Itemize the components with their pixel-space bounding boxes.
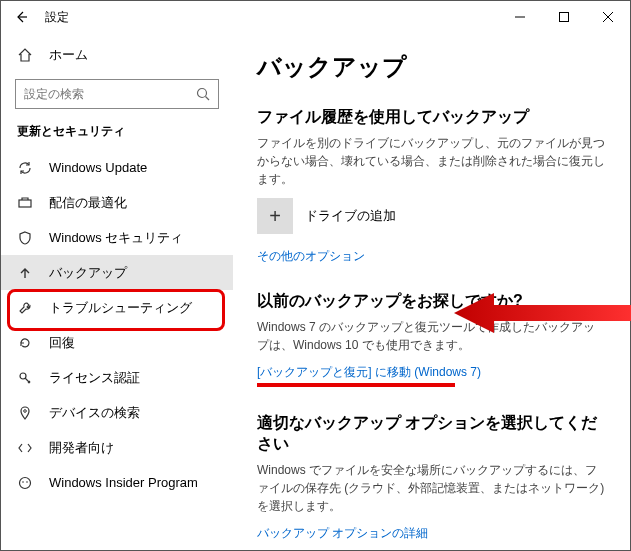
section-desc: ファイルを別のドライブにバックアップし、元のファイルが見つからない場合、壊れてい…	[257, 134, 606, 188]
minimize-button[interactable]	[498, 1, 542, 33]
svg-line-5	[206, 97, 210, 101]
sidebar-item-windows-update[interactable]: Windows Update	[1, 150, 233, 185]
plus-icon: +	[257, 198, 293, 234]
sidebar-item-find-device[interactable]: デバイスの検索	[1, 395, 233, 430]
sidebar-item-label: Windows セキュリティ	[49, 229, 183, 247]
sidebar: ホーム 更新とセキュリティ Windows Update 配信の最適化 Wind…	[1, 33, 233, 550]
sidebar-home[interactable]: ホーム	[1, 37, 233, 73]
sidebar-item-label: 開発者向け	[49, 439, 114, 457]
sidebar-group-header: 更新とセキュリティ	[1, 119, 233, 150]
svg-point-11	[26, 481, 28, 483]
sidebar-home-label: ホーム	[49, 46, 88, 64]
section-previous-backup: 以前のバックアップをお探しですか? Windows 7 のバックアップと復元ツー…	[257, 291, 606, 387]
sidebar-item-label: ライセンス認証	[49, 369, 140, 387]
section-choose-backup: 適切なバックアップ オプションを選択してください Windows でファイルを安…	[257, 413, 606, 542]
delivery-icon	[17, 195, 33, 211]
section-title: ファイル履歴を使用してバックアップ	[257, 107, 606, 128]
annotation-underline	[257, 383, 455, 387]
sidebar-item-developers[interactable]: 開発者向け	[1, 430, 233, 465]
page-title: バックアップ	[257, 51, 606, 83]
window-title: 設定	[45, 9, 69, 26]
insider-icon	[17, 475, 33, 491]
svg-rect-1	[560, 13, 569, 22]
svg-point-10	[22, 481, 24, 483]
sidebar-item-backup[interactable]: バックアップ	[1, 255, 233, 290]
add-drive-button[interactable]: + ドライブの追加	[257, 198, 606, 234]
add-drive-label: ドライブの追加	[305, 207, 396, 225]
home-icon	[17, 47, 33, 63]
backup-options-detail-link[interactable]: バックアップ オプションの詳細	[257, 525, 606, 542]
svg-point-9	[20, 477, 31, 488]
section-desc: Windows でファイルを安全な場所にバックアップするには、ファイルの保存先 …	[257, 461, 606, 515]
backup-restore-win7-link[interactable]: [バックアップと復元] に移動 (Windows 7)	[257, 364, 606, 381]
svg-rect-6	[19, 200, 31, 207]
sidebar-item-label: 回復	[49, 334, 75, 352]
sidebar-item-label: デバイスの検索	[49, 404, 140, 422]
section-title: 以前のバックアップをお探しですか?	[257, 291, 606, 312]
sidebar-item-recovery[interactable]: 回復	[1, 325, 233, 360]
sync-icon	[17, 160, 33, 176]
maximize-button[interactable]	[542, 1, 586, 33]
close-button[interactable]	[586, 1, 630, 33]
sidebar-item-label: Windows Update	[49, 160, 147, 175]
back-button[interactable]	[9, 5, 33, 29]
search-box[interactable]	[15, 79, 219, 109]
sidebar-item-insider[interactable]: Windows Insider Program	[1, 465, 233, 500]
sidebar-item-label: Windows Insider Program	[49, 475, 198, 490]
svg-point-4	[198, 89, 207, 98]
sidebar-item-windows-security[interactable]: Windows セキュリティ	[1, 220, 233, 255]
location-icon	[17, 405, 33, 421]
wrench-icon	[17, 300, 33, 316]
key-icon	[17, 370, 33, 386]
titlebar: 設定	[1, 1, 630, 33]
sidebar-item-troubleshoot[interactable]: トラブルシューティング	[1, 290, 233, 325]
sidebar-item-delivery-optimization[interactable]: 配信の最適化	[1, 185, 233, 220]
recovery-icon	[17, 335, 33, 351]
shield-icon	[17, 230, 33, 246]
search-icon	[196, 87, 210, 101]
svg-point-8	[24, 409, 27, 412]
section-title: 適切なバックアップ オプションを選択してください	[257, 413, 606, 455]
sidebar-item-label: トラブルシューティング	[49, 299, 192, 317]
code-icon	[17, 440, 33, 456]
backup-icon	[17, 265, 33, 281]
section-file-history: ファイル履歴を使用してバックアップ ファイルを別のドライブにバックアップし、元の…	[257, 107, 606, 265]
main-content: バックアップ ファイル履歴を使用してバックアップ ファイルを別のドライブにバック…	[233, 33, 630, 550]
sidebar-item-activation[interactable]: ライセンス認証	[1, 360, 233, 395]
sidebar-item-label: バックアップ	[49, 264, 127, 282]
more-options-link[interactable]: その他のオプション	[257, 248, 606, 265]
search-input[interactable]	[24, 87, 196, 101]
section-desc: Windows 7 のバックアップと復元ツールで作成したバックアップは、Wind…	[257, 318, 606, 354]
sidebar-item-label: 配信の最適化	[49, 194, 127, 212]
